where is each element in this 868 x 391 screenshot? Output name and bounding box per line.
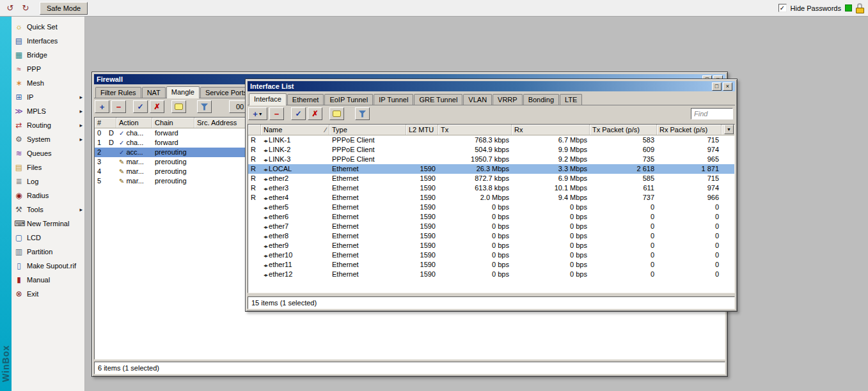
sidebar-item[interactable]: ▢ LCD ▸ bbox=[12, 231, 84, 245]
restore-icon: □ bbox=[715, 83, 718, 89]
sidebar-item[interactable]: ≈ PPP ▸ bbox=[12, 62, 84, 76]
action-icon: ✓ bbox=[119, 130, 124, 137]
hide-passwords-checkbox[interactable]: ✓ bbox=[778, 4, 787, 12]
interface-list-tab[interactable]: Interface bbox=[249, 93, 287, 105]
interface-list-tab[interactable]: VLAN bbox=[463, 94, 492, 105]
action-icon: ✎ bbox=[119, 168, 124, 175]
remove-rule-button[interactable]: − bbox=[111, 100, 126, 113]
interface-row[interactable]: R ◂▸LINK-3 PPPoE Client 1950.7 kbps 9.2 … bbox=[248, 155, 734, 164]
disable-interface-button[interactable]: ✗ bbox=[308, 107, 322, 120]
interface-flag: R bbox=[248, 183, 261, 193]
interface-icon: ◂▸ bbox=[264, 186, 267, 192]
column-select-button[interactable]: ▼ bbox=[724, 125, 734, 134]
interface-list-tab[interactable]: EoIP Tunnel bbox=[324, 94, 373, 105]
interface-row[interactable]: ◂▸ether7 Ethernet 1590 0 bps 0 bps 0 0 bbox=[248, 222, 734, 231]
interface-row[interactable]: R ◂▸ether4 Ethernet 1590 2.0 Mbps 9.4 Mb… bbox=[248, 193, 734, 203]
interface-rx-packet: 974 bbox=[657, 183, 722, 193]
interface-list-tab[interactable]: IP Tunnel bbox=[374, 94, 413, 105]
firewall-tab[interactable]: NAT bbox=[142, 87, 166, 98]
interface-type: Ethernet bbox=[329, 174, 406, 183]
column-header-rx[interactable]: Rx bbox=[512, 125, 590, 135]
add-rule-button[interactable]: + bbox=[95, 100, 109, 113]
column-header-name[interactable]: Name∕ bbox=[261, 125, 329, 135]
interface-flag: R bbox=[248, 193, 261, 203]
interface-row[interactable]: R ◂▸LINK-2 PPPoE Client 504.9 kbps 9.9 M… bbox=[248, 145, 734, 155]
safe-mode-button[interactable]: Safe Mode bbox=[40, 2, 88, 15]
rule-action: ✓cha... bbox=[116, 138, 152, 148]
sidebar-item-label: Queues bbox=[27, 150, 52, 157]
column-header-rx-packet[interactable]: Rx Packet (p/s) bbox=[657, 125, 722, 135]
enable-check-icon: ✓ bbox=[295, 109, 301, 118]
restore-button[interactable]: □ bbox=[712, 82, 722, 91]
sidebar-item[interactable]: ▦ Bridge ▸ bbox=[12, 48, 84, 62]
interface-row[interactable]: ◂▸ether5 Ethernet 1590 0 bps 0 bps 0 0 bbox=[248, 203, 734, 212]
interface-name: ◂▸ether11 bbox=[261, 260, 329, 270]
sidebar-item[interactable]: ⚒ Tools ▸ bbox=[12, 203, 84, 217]
redo-button[interactable]: ↻ bbox=[19, 2, 32, 15]
column-header-chain[interactable]: Chain bbox=[152, 118, 194, 128]
filter-button[interactable] bbox=[197, 100, 212, 113]
disable-rule-button[interactable]: ✗ bbox=[150, 100, 164, 113]
interface-rx-packet: 1 871 bbox=[657, 164, 722, 174]
enable-interface-button[interactable]: ✓ bbox=[291, 107, 306, 120]
interface-name: ◂▸ether8 bbox=[261, 231, 329, 241]
interface-row[interactable]: ◂▸ether12 Ethernet 1590 0 bps 0 bps 0 0 bbox=[248, 270, 734, 279]
interface-row[interactable]: ◂▸ether10 Ethernet 1590 0 bps 0 bps 0 0 bbox=[248, 250, 734, 260]
column-header-action[interactable]: Action bbox=[116, 118, 152, 128]
sidebar-item[interactable]: ▤ Interfaces ▸ bbox=[12, 34, 84, 48]
column-header-type[interactable]: Type bbox=[329, 125, 406, 135]
interface-flag: R bbox=[248, 135, 261, 145]
enable-rule-button[interactable]: ✓ bbox=[133, 100, 148, 113]
submenu-arrow-icon: ▸ bbox=[79, 108, 83, 114]
sidebar-item[interactable]: ≣ Log ▸ bbox=[12, 174, 84, 188]
undo-button[interactable]: ↺ bbox=[4, 2, 17, 15]
interface-row[interactable]: ◂▸ether8 Ethernet 1590 0 bps 0 bps 0 0 bbox=[248, 231, 734, 241]
sidebar-item[interactable]: ▮ Manual ▸ bbox=[12, 273, 84, 287]
interface-row[interactable]: R ◂▸ether3 Ethernet 1590 613.8 kbps 10.1… bbox=[248, 183, 734, 193]
interface-row[interactable]: R ◂▸LOCAL Ethernet 1590 26.3 Mbps 3.3 Mb… bbox=[248, 164, 734, 174]
interface-list-titlebar[interactable]: Interface List □ × bbox=[248, 81, 735, 91]
sidebar-item[interactable]: ☼ Quick Set ▸ bbox=[12, 20, 84, 34]
column-header-tx-packet[interactable]: Tx Packet (p/s) bbox=[590, 125, 657, 135]
add-interface-button[interactable]: +▼ bbox=[248, 107, 267, 120]
column-header-number[interactable]: # bbox=[95, 118, 116, 128]
interface-list-tab[interactable]: Ethernet bbox=[287, 94, 324, 105]
sidebar-item[interactable]: ◉ Radius ▸ bbox=[12, 188, 84, 203]
sidebar-item[interactable]: ⊞ IP ▸ bbox=[12, 90, 84, 104]
sidebar-item[interactable]: ⌨ New Terminal ▸ bbox=[12, 217, 84, 231]
column-header-tx[interactable]: Tx bbox=[438, 125, 512, 135]
sidebar-item[interactable]: ▥ Partition ▸ bbox=[12, 245, 84, 259]
sidebar-item-label: Tools bbox=[27, 206, 43, 213]
sidebar-item[interactable]: ▯ Make Supout.rif ▸ bbox=[12, 259, 84, 273]
comment-button[interactable] bbox=[329, 107, 344, 120]
interface-row[interactable]: ◂▸ether9 Ethernet 1590 0 bps 0 bps 0 0 bbox=[248, 241, 734, 250]
filter-funnel-icon bbox=[359, 111, 367, 118]
interface-row[interactable]: ◂▸ether11 Ethernet 1590 0 bps 0 bps 0 0 bbox=[248, 260, 734, 270]
sidebar-item[interactable]: ≋ Queues ▸ bbox=[12, 146, 84, 160]
firewall-tab[interactable]: Filter Rules bbox=[95, 87, 141, 98]
sidebar-item-icon: ☼ bbox=[14, 22, 24, 31]
sidebar-item[interactable]: ⚙ System ▸ bbox=[12, 132, 84, 146]
find-input[interactable] bbox=[691, 108, 733, 119]
column-header-l2mtu[interactable]: L2 MTU bbox=[406, 125, 438, 135]
comment-button[interactable] bbox=[171, 100, 186, 113]
sidebar-item[interactable]: ⇄ Routing ▸ bbox=[12, 118, 84, 132]
interface-list-tab[interactable]: Bonding bbox=[523, 94, 559, 105]
remove-interface-button[interactable]: − bbox=[269, 107, 284, 120]
interface-row[interactable]: R ◂▸LINK-1 PPPoE Client 768.3 kbps 6.7 M… bbox=[248, 135, 734, 145]
close-button[interactable]: × bbox=[723, 82, 732, 91]
interface-list-tab[interactable]: VRRP bbox=[493, 94, 523, 105]
interface-row[interactable]: R ◂▸ether2 Ethernet 1590 872.7 kbps 6.9 … bbox=[248, 174, 734, 183]
sidebar-item[interactable]: ▤ Files ▸ bbox=[12, 160, 84, 174]
firewall-tab[interactable]: Mangle bbox=[166, 86, 200, 98]
lock-icon bbox=[856, 3, 864, 13]
sidebar-item[interactable]: ≫ MPLS ▸ bbox=[12, 104, 84, 118]
sidebar-item[interactable]: ∗ Mesh ▸ bbox=[12, 76, 84, 90]
interface-row[interactable]: ◂▸ether6 Ethernet 1590 0 bps 0 bps 0 0 bbox=[248, 212, 734, 222]
interface-list-tab[interactable]: LTE bbox=[560, 94, 582, 105]
interface-list-tab[interactable]: GRE Tunnel bbox=[414, 94, 462, 105]
disable-cross-icon: ✗ bbox=[154, 102, 160, 111]
sidebar-item[interactable]: ⊗ Exit ▸ bbox=[12, 287, 84, 301]
sidebar-item-label: Files bbox=[27, 164, 42, 171]
filter-button[interactable] bbox=[355, 107, 370, 120]
